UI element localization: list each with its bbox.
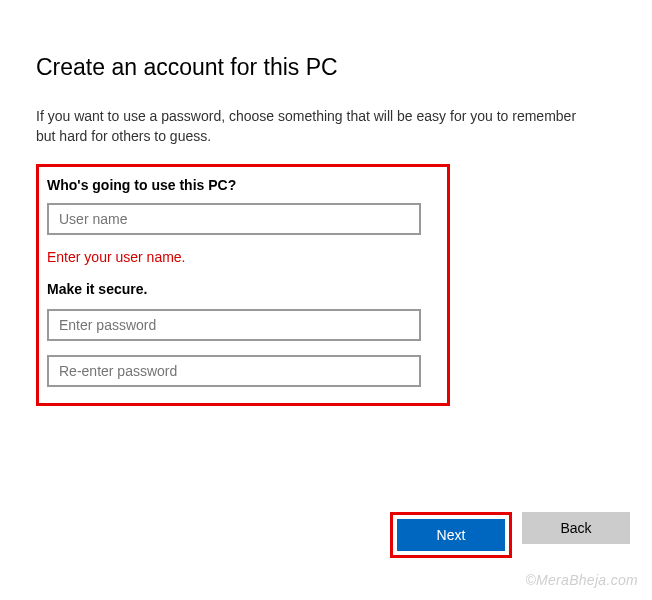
- back-button[interactable]: Back: [522, 512, 630, 544]
- who-label: Who's going to use this PC?: [47, 177, 439, 193]
- next-button[interactable]: Next: [397, 519, 505, 551]
- button-row: Next Back: [390, 512, 630, 558]
- username-input[interactable]: [47, 203, 421, 235]
- page-subtitle: If you want to use a password, choose so…: [36, 107, 596, 146]
- password-input[interactable]: [47, 309, 421, 341]
- page-title: Create an account for this PC: [36, 54, 616, 81]
- next-button-highlight: Next: [390, 512, 512, 558]
- username-error: Enter your user name.: [47, 249, 439, 265]
- watermark-text: ©MeraBheja.com: [525, 572, 638, 588]
- account-form-section: Who's going to use this PC? Enter your u…: [36, 164, 450, 406]
- secure-label: Make it secure.: [47, 281, 439, 297]
- repassword-input[interactable]: [47, 355, 421, 387]
